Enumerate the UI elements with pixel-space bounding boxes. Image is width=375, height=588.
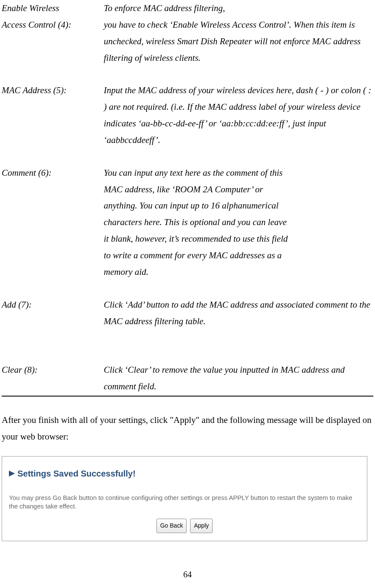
label-line-1: Add (7): [2, 300, 32, 310]
dialog-title: Settings Saved Successfully! [17, 466, 136, 482]
definition-text: Click ‘Add’ button to add the MAC addres… [104, 297, 373, 330]
definitions-section: Enable Wireless Access Control (4): To e… [2, 0, 373, 397]
page-number: 64 [2, 567, 373, 582]
triangle-right-icon [9, 471, 15, 477]
dialog-header: Settings Saved Successfully! [9, 466, 360, 482]
dialog-body-text: You may press Go Back button to continue… [9, 494, 360, 511]
label-line-1: Enable Wireless [2, 3, 59, 13]
dialog-button-row: Go Back Apply [9, 517, 360, 533]
definition-row: Clear (8): Click ‘Clear’ to remove the v… [2, 362, 373, 395]
definition-label: Enable Wireless Access Control (4): [2, 0, 104, 33]
definition-label: Clear (8): [2, 362, 104, 378]
definition-label: MAC Address (5): [2, 82, 104, 99]
definition-text: Click ‘Clear’ to remove the value you in… [104, 362, 373, 395]
go-back-button[interactable]: Go Back [156, 519, 187, 533]
definition-row: MAC Address (5): Input the MAC address o… [2, 82, 373, 148]
definition-row: Comment (6): You can input any text here… [2, 165, 373, 280]
label-line-1: MAC Address (5): [2, 85, 67, 95]
definition-text: To enforce MAC address filtering, you ha… [104, 0, 373, 66]
definition-text: Input the MAC address of your wireless d… [104, 82, 373, 148]
definition-row: Add (7): Click ‘Add’ button to add the M… [2, 297, 373, 330]
after-instructions-text: After you finish with all of your settin… [2, 412, 373, 445]
label-line-2: Access Control (4): [2, 20, 71, 30]
definition-row: Enable Wireless Access Control (4): To e… [2, 0, 373, 66]
definition-label: Comment (6): [2, 165, 104, 181]
definition-text: You can input any text here as the comme… [104, 165, 373, 280]
label-line-1: Clear (8): [2, 365, 38, 375]
label-line-1: Comment (6): [2, 168, 51, 178]
apply-button[interactable]: Apply [190, 519, 213, 533]
definition-label: Add (7): [2, 297, 104, 313]
settings-saved-dialog: Settings Saved Successfully! You may pre… [2, 456, 367, 541]
